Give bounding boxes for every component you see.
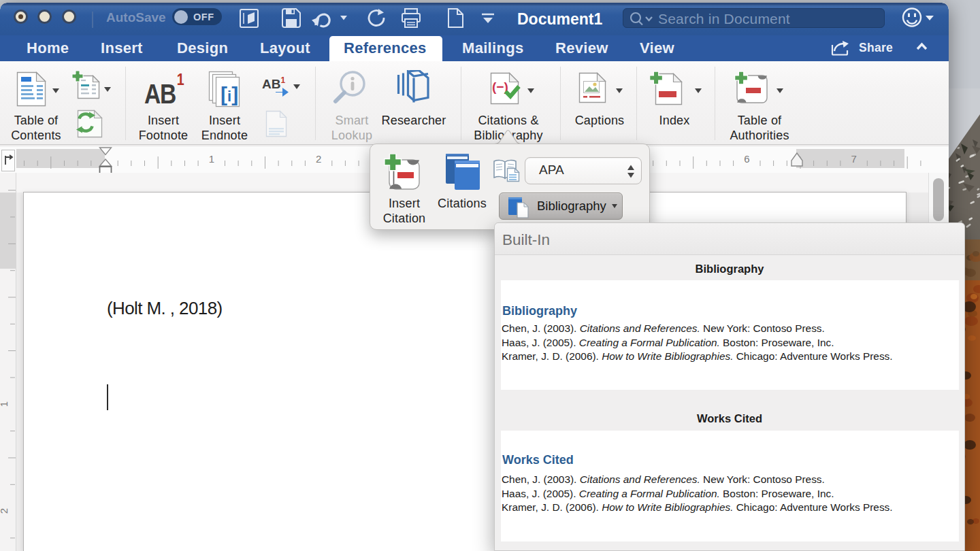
svg-text:1: 1 xyxy=(209,153,214,165)
svg-text:6: 6 xyxy=(744,153,749,165)
svg-text:7: 7 xyxy=(851,153,856,165)
svg-text:2: 2 xyxy=(0,508,10,514)
svg-text:1: 1 xyxy=(0,401,10,407)
svg-text:2: 2 xyxy=(316,153,321,165)
